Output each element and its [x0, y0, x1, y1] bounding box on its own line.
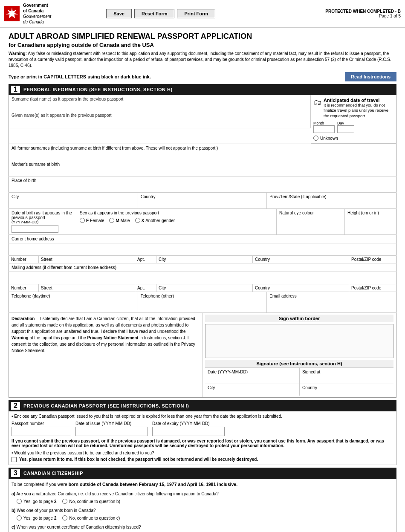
prov-input[interactable]	[269, 199, 393, 207]
signed-at-input[interactable]	[302, 374, 391, 382]
declaration-cell: Declaration —I solemnly declare that I a…	[9, 313, 202, 397]
country-field: Country	[138, 193, 267, 208]
passport-num-input[interactable]	[12, 427, 71, 436]
date-issue-input[interactable]	[75, 427, 148, 436]
dob-sex-row: Date of birth as it appears in the previ…	[9, 209, 396, 235]
born-outside-note: To be completed if you were born outside…	[12, 481, 393, 488]
home-address-input-row	[9, 243, 396, 256]
email-input[interactable]	[269, 301, 393, 309]
signed-at-cell: Signed at	[299, 367, 393, 384]
country-input[interactable]	[141, 199, 264, 207]
phone-daytime-input[interactable]	[12, 301, 135, 309]
gov-name-en1: Government	[23, 3, 48, 8]
sex-another-option[interactable]: X Another gender	[135, 218, 175, 223]
date-issue-label: Date of issue (YYYY-MM-DD)	[75, 421, 148, 426]
sig-country-label: Country	[302, 385, 317, 390]
privacy-notice: Privacy Notice Statement	[87, 335, 139, 340]
maple-leaf-icon	[4, 6, 20, 21]
day-label: Day	[337, 121, 354, 125]
surname-label: Surname (last name) as it appears in the…	[12, 97, 308, 101]
unknown-radio[interactable]	[313, 136, 318, 141]
gov-name-fr2: du Canada	[23, 20, 44, 24]
surname-input[interactable]	[12, 101, 308, 109]
print-form-button[interactable]: Print Form	[177, 9, 215, 18]
toolbar: Save Reset Form Print Form	[106, 9, 215, 18]
q-a-options: Yes, go to page 2 No, continue to questi…	[17, 498, 393, 505]
question-b: b) Was one of your parents born in Canad…	[12, 507, 393, 521]
given-name-input[interactable]	[12, 118, 308, 125]
phone-other-field: Telephone (other)	[138, 292, 267, 312]
home-address-input[interactable]	[9, 243, 396, 255]
page-number: Page 1 of 5	[325, 14, 401, 18]
reset-form-button[interactable]: Reset Form	[134, 9, 175, 18]
travel-day-input[interactable]	[337, 125, 354, 133]
section2-header: 2 PREVIOUS CANADIAN PASSPORT (SEE INSTRU…	[9, 400, 396, 411]
signed-at-label: Signed at	[302, 370, 391, 374]
place-of-birth-field: Place of birth	[9, 176, 396, 193]
date-expiry-input[interactable]	[152, 427, 225, 436]
cannot-submit-note: If you cannot submit the previous passpo…	[12, 439, 393, 448]
date-sig-input[interactable]	[208, 374, 297, 382]
city-label: City	[12, 194, 19, 199]
height-input[interactable]	[347, 224, 393, 231]
mothers-surname-input[interactable]	[12, 167, 393, 174]
former-surnames-input[interactable]	[12, 150, 393, 158]
q-b-yes-radio[interactable]	[17, 515, 22, 520]
q-c-label: c)	[12, 525, 15, 529]
warning-body: Any false or misleading statement with r…	[9, 51, 391, 68]
q-b-yes-option[interactable]: Yes, go to page 2	[17, 515, 56, 521]
mailing-address-input-row	[9, 272, 396, 284]
question-c: c) When was your current certificate of …	[12, 524, 393, 532]
q-a-no-option[interactable]: No, continue to question b)	[62, 498, 120, 505]
q-b-no-radio[interactable]	[62, 515, 67, 520]
q-a-no-radio[interactable]	[62, 499, 67, 504]
mailing-address-input[interactable]	[9, 272, 396, 284]
gov-name-en2: of Canada	[23, 9, 43, 13]
passport-num-field: Passport number	[12, 421, 71, 436]
section2: 2 PREVIOUS CANADIAN PASSPORT (SEE INSTRU…	[9, 400, 396, 465]
eye-colour-input[interactable]	[279, 224, 342, 231]
q-b-no-option[interactable]: No, continue to question c)	[62, 515, 120, 521]
unknown-label: Unknown	[320, 136, 338, 141]
phone-daytime-field: Telephone (daytime)	[9, 292, 138, 312]
phone-other-input[interactable]	[141, 301, 264, 309]
section3-body: To be completed if you were born outside…	[9, 479, 396, 532]
sig-city-label: City	[208, 385, 215, 390]
passport-num-label: Passport number	[12, 421, 71, 426]
former-surnames-field: All former surnames (including surname a…	[9, 144, 396, 160]
section3-num: 3	[11, 469, 20, 477]
declaration-signature-row: Declaration —I solemnly declare that I a…	[9, 313, 396, 398]
date-label: Date (YYYY-MM-DD)	[208, 370, 297, 374]
mailing-address-label: Mailing address (if different from curre…	[12, 265, 116, 270]
city-country-sig-row: City Country	[205, 384, 393, 396]
sex-male-option[interactable]: M Male	[109, 218, 130, 223]
another-gender-radio[interactable]	[135, 218, 140, 223]
place-of-birth-input[interactable]	[12, 183, 393, 191]
email-label: Email address	[269, 294, 393, 298]
return-checkbox[interactable]	[12, 457, 17, 462]
question-a: a) Are you a naturalized Canadian, i.e. …	[12, 491, 393, 505]
read-instructions-button[interactable]: Read Instructions	[345, 72, 396, 81]
return-check-row: Yes, please return it to me. If this box…	[12, 457, 393, 462]
country-label: Country	[141, 194, 156, 199]
mothers-surname-field: Mother's surname at birth	[9, 160, 396, 176]
section2-num: 2	[11, 402, 20, 410]
dob-input[interactable]	[12, 225, 58, 233]
former-surnames-label: All former surnames (including surname a…	[12, 146, 393, 150]
female-radio[interactable]	[80, 218, 85, 223]
save-button[interactable]: Save	[106, 9, 132, 18]
sex-female-option[interactable]: F Female	[80, 218, 104, 223]
city-input[interactable]	[12, 199, 135, 207]
enclose-note: • Enclose any Canadian passport issued t…	[12, 414, 393, 419]
section3-header: 3 CANADIAN CITIZENSHIP	[9, 468, 396, 479]
male-radio[interactable]	[109, 218, 114, 223]
sig-city-cell: City	[205, 384, 299, 396]
q-b-label: b)	[12, 508, 15, 513]
date-signed-row: Date (YYYY-MM-DD) Signed at	[205, 367, 393, 384]
travel-month-input[interactable]	[313, 125, 335, 133]
signature-box[interactable]	[205, 324, 393, 358]
postal-label-cell: Postal/ZIP code	[349, 256, 396, 263]
q-a-yes-radio[interactable]	[17, 499, 22, 504]
q-a-yes-option[interactable]: Yes, go to page 2	[17, 498, 56, 505]
eye-colour-label: Natural eye colour	[279, 211, 342, 215]
